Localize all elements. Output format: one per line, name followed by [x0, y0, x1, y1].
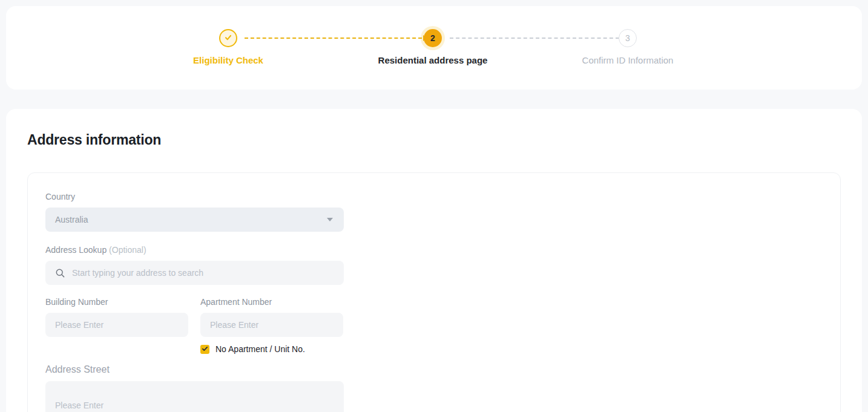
step-residential-address: 2 Residential address page	[348, 29, 518, 66]
chevron-down-icon	[327, 218, 333, 221]
kyc-stepper: Eligibility Check 2 Residential address …	[6, 6, 862, 90]
country-label: Country	[45, 192, 822, 202]
check-icon	[202, 344, 208, 355]
step-label-residential-address: Residential address page	[348, 55, 518, 66]
step-confirm-id: 3 Confirm ID Information	[543, 29, 712, 66]
number-fields-row: Building Number Apartment Number No Ap	[45, 297, 822, 354]
apartment-number-col: Apartment Number No Apartment / Unit No.	[200, 297, 343, 354]
address-lookup-input[interactable]	[72, 268, 334, 278]
address-lookup-field[interactable]	[45, 261, 344, 285]
address-street-input[interactable]	[45, 381, 344, 412]
step-completed-circle	[219, 29, 237, 47]
address-lookup-label: Address Lookup (Optional)	[45, 245, 822, 255]
building-number-input[interactable]	[55, 320, 179, 330]
apartment-number-label: Apartment Number	[200, 297, 343, 307]
search-icon	[55, 268, 65, 278]
address-form-panel: Country Australia Address Lookup (Option…	[27, 172, 841, 412]
step-eligibility-check: Eligibility Check	[143, 29, 313, 66]
building-number-label: Building Number	[45, 297, 188, 307]
step-label-eligibility-check: Eligibility Check	[143, 55, 313, 66]
country-select[interactable]: Australia	[45, 208, 344, 232]
stepper-card: Eligibility Check 2 Residential address …	[6, 6, 862, 90]
no-apartment-checkbox-label: No Apartment / Unit No.	[215, 344, 305, 354]
apartment-number-field	[200, 313, 343, 337]
page-title: Address information	[27, 132, 841, 148]
check-icon	[223, 33, 233, 44]
no-apartment-checkbox[interactable]	[200, 345, 209, 354]
step-upcoming-circle: 3	[619, 29, 637, 47]
address-form-card: Address information Country Australia Ad…	[6, 109, 862, 412]
country-select-value: Australia	[55, 215, 88, 224]
optional-suffix: (Optional)	[109, 245, 146, 255]
apartment-number-input[interactable]	[210, 320, 334, 330]
address-street-label: Address Street	[45, 364, 822, 375]
step-active-circle: 2	[424, 29, 442, 47]
step-label-confirm-id: Confirm ID Information	[543, 55, 712, 66]
building-number-field	[45, 313, 188, 337]
building-number-col: Building Number	[45, 297, 188, 354]
no-apartment-checkbox-row[interactable]: No Apartment / Unit No.	[200, 344, 343, 354]
